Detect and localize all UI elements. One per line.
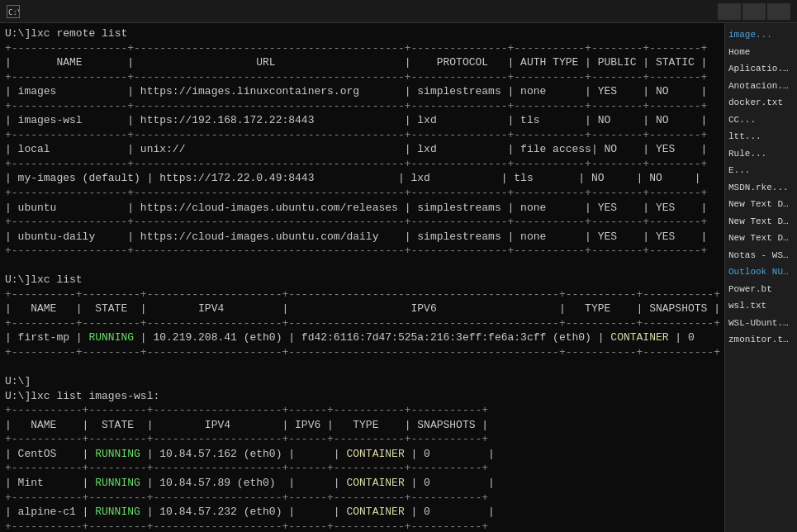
sidebar-item[interactable]: image... — [725, 26, 797, 44]
sidebar-item[interactable]: New Text Do... — [725, 213, 797, 230]
sidebar-item[interactable]: CC... — [725, 112, 797, 129]
sidebar-item[interactable]: Power.bt — [725, 281, 797, 298]
window-controls — [718, 3, 790, 20]
sidebar-item[interactable]: Outlook NUI... — [725, 264, 797, 281]
title-bar-left: C:\ — [7, 5, 25, 18]
sidebar-item[interactable]: zmonitor.tx... — [725, 331, 797, 349]
svg-text:C:\: C:\ — [8, 8, 19, 17]
sidebar-item[interactable]: ltt... — [725, 128, 797, 145]
sidebar-item[interactable]: Aplicatio... — [725, 60, 797, 78]
minimize-button[interactable] — [718, 3, 741, 20]
sidebar-item[interactable]: Rule... — [725, 145, 797, 163]
terminal[interactable]: U:\]lxc remote list +------------------+… — [0, 23, 724, 532]
close-button[interactable] — [767, 3, 790, 20]
sidebar-item[interactable]: Home — [725, 44, 797, 61]
cmd-icon: C:\ — [7, 5, 20, 18]
sidebar-item[interactable]: MSDN.rke... — [725, 179, 797, 197]
sidebar-item[interactable]: Notas - WSl... — [725, 247, 797, 264]
maximize-button[interactable] — [742, 3, 766, 20]
sidebar-item[interactable]: New Text Do... — [725, 230, 797, 247]
sidebar-item[interactable]: WSL-Ubunt... — [725, 315, 797, 332]
sidebar-item[interactable]: Anotacion... — [725, 78, 797, 95]
sidebar-item[interactable]: New Text Do... — [725, 196, 797, 213]
content-wrapper: U:\]lxc remote list +------------------+… — [0, 23, 797, 532]
terminal-content: U:\]lxc remote list +------------------+… — [5, 26, 719, 532]
sidebar-item[interactable]: wsl.txt — [725, 297, 797, 315]
sidebar: image...HomeAplicatio...Anotacion...dock… — [724, 23, 797, 532]
title-bar: C:\ — [0, 0, 797, 23]
sidebar-item[interactable]: docker.txt — [725, 94, 797, 112]
sidebar-item[interactable]: E... — [725, 162, 797, 179]
